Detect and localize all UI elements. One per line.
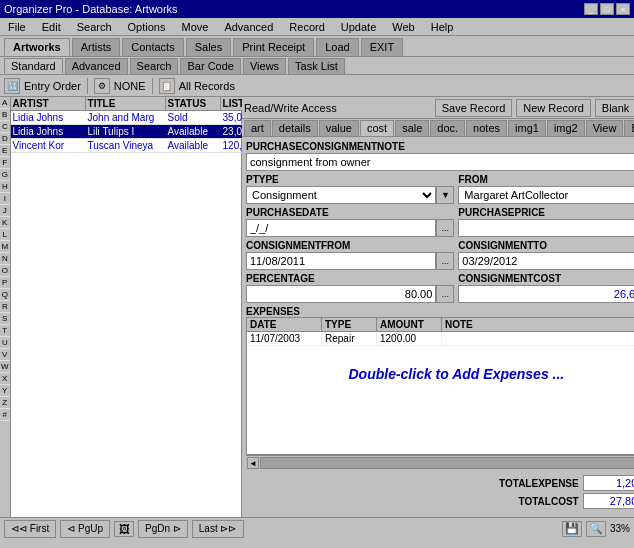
all-records-label[interactable]: All Records	[179, 80, 235, 92]
last-button[interactable]: Last ⊳⊳	[192, 520, 244, 538]
pgup-button[interactable]: ⊲ PgUp	[60, 520, 110, 538]
menu-help[interactable]: Help	[427, 20, 458, 34]
menu-update[interactable]: Update	[337, 20, 380, 34]
expenses-scrollbar[interactable]: ◄ ►	[246, 455, 634, 470]
rstab-value[interactable]: value	[319, 120, 359, 136]
right-content: Read/Write Access Save Record New Record…	[242, 97, 634, 517]
tab-load[interactable]: Load	[316, 38, 358, 56]
tab-sales[interactable]: Sales	[186, 38, 232, 56]
list-item[interactable]: Lidia Johns John and Marg Sold 35,0	[11, 111, 253, 125]
from-select[interactable]: Margaret ArtCollector	[458, 186, 634, 204]
close-button[interactable]: ×	[616, 3, 630, 15]
purchase-note-label: PURCHASECONSIGNMENTNOTE	[246, 141, 634, 152]
window-controls[interactable]: _ □ ×	[584, 3, 630, 15]
letter-hash[interactable]: #	[0, 409, 10, 421]
tab-print-receipt[interactable]: Print Receipt	[233, 38, 314, 56]
subtab-barcode[interactable]: Bar Code	[180, 58, 240, 74]
letter-u[interactable]: U	[0, 337, 10, 349]
percentage-btn[interactable]: ...	[436, 285, 454, 303]
letter-k[interactable]: K	[0, 217, 10, 229]
scroll-left-arrow[interactable]: ◄	[247, 457, 259, 469]
letter-g[interactable]: G	[0, 169, 10, 181]
letter-d[interactable]: D	[0, 133, 10, 145]
consign-from-input[interactable]	[246, 252, 436, 270]
purchase-date-btn[interactable]: ...	[436, 219, 454, 237]
subtab-advanced[interactable]: Advanced	[65, 58, 128, 74]
menu-move[interactable]: Move	[177, 20, 212, 34]
consign-from-btn[interactable]: ...	[436, 252, 454, 270]
letter-i[interactable]: I	[0, 193, 10, 205]
double-click-hint[interactable]: Double-click to Add Expenses ...	[247, 346, 634, 402]
blank-button[interactable]: Blank	[595, 99, 634, 117]
subtab-standard[interactable]: Standard	[4, 58, 63, 74]
maximize-button[interactable]: □	[600, 3, 614, 15]
entry-order-label[interactable]: Entry Order	[24, 80, 81, 92]
rstab-cost[interactable]: cost	[360, 120, 394, 136]
letter-q[interactable]: Q	[0, 289, 10, 301]
rstab-art[interactable]: art	[244, 120, 271, 136]
letter-p[interactable]: P	[0, 277, 10, 289]
tab-artists[interactable]: Artists	[72, 38, 121, 56]
rstab-view[interactable]: View	[586, 120, 624, 136]
subtab-tasklist[interactable]: Task List	[288, 58, 345, 74]
menu-edit[interactable]: Edit	[38, 20, 65, 34]
letter-l[interactable]: L	[0, 229, 10, 241]
tab-exit[interactable]: EXIT	[361, 38, 403, 56]
rstab-b[interactable]: B	[624, 120, 634, 136]
letter-j[interactable]: J	[0, 205, 10, 217]
subtab-search[interactable]: Search	[130, 58, 179, 74]
cell-title-1: John and Marg	[86, 111, 166, 124]
list-item[interactable]: Vincent Kor Tuscan Vineya Available 120,…	[11, 139, 253, 153]
letter-s[interactable]: S	[0, 313, 10, 325]
purchase-note-input[interactable]	[246, 153, 634, 171]
list-item[interactable]: Lidia Johns Lili Tulips I Available 23,0	[11, 125, 253, 139]
letter-c[interactable]: C	[0, 121, 10, 133]
scroll-track[interactable]	[260, 457, 634, 469]
purchase-date-input[interactable]	[246, 219, 436, 237]
letter-t[interactable]: T	[0, 325, 10, 337]
letter-o[interactable]: O	[0, 265, 10, 277]
letter-v[interactable]: V	[0, 349, 10, 361]
expense-row[interactable]: 11/07/2003 Repair 1200.00	[247, 332, 634, 346]
minimize-button[interactable]: _	[584, 3, 598, 15]
letter-n[interactable]: N	[0, 253, 10, 265]
ptype-select[interactable]: Consignment Purchase Gift	[246, 186, 436, 204]
letter-x[interactable]: X	[0, 373, 10, 385]
letter-a[interactable]: A	[0, 97, 10, 109]
menu-search[interactable]: Search	[73, 20, 116, 34]
letter-m[interactable]: M	[0, 241, 10, 253]
pgdn-button[interactable]: PgDn ⊳	[138, 520, 188, 538]
entry-order-icon: 🔢	[4, 78, 20, 94]
letter-h[interactable]: H	[0, 181, 10, 193]
letter-f[interactable]: F	[0, 157, 10, 169]
letter-z[interactable]: Z	[0, 397, 10, 409]
rstab-img2[interactable]: img2	[547, 120, 585, 136]
menu-file[interactable]: File	[4, 20, 30, 34]
consign-cost-input[interactable]	[458, 285, 634, 303]
menu-web[interactable]: Web	[388, 20, 418, 34]
tab-contacts[interactable]: Contacts	[122, 38, 183, 56]
purchase-price-input[interactable]	[458, 219, 634, 237]
rstab-sale[interactable]: sale	[395, 120, 429, 136]
rstab-doc[interactable]: doc.	[430, 120, 465, 136]
menu-advanced[interactable]: Advanced	[220, 20, 277, 34]
save-record-button[interactable]: Save Record	[435, 99, 513, 117]
menu-record[interactable]: Record	[285, 20, 328, 34]
rstab-notes[interactable]: notes	[466, 120, 507, 136]
consign-to-input[interactable]	[458, 252, 634, 270]
subtab-views[interactable]: Views	[243, 58, 286, 74]
filter-label[interactable]: NONE	[114, 80, 146, 92]
tab-artworks[interactable]: Artworks	[4, 38, 70, 56]
first-button[interactable]: ⊲⊲ First	[4, 520, 56, 538]
letter-y[interactable]: Y	[0, 385, 10, 397]
letter-w[interactable]: W	[0, 361, 10, 373]
new-record-button[interactable]: New Record	[516, 99, 591, 117]
menu-options[interactable]: Options	[124, 20, 170, 34]
letter-r[interactable]: R	[0, 301, 10, 313]
percentage-input[interactable]	[246, 285, 436, 303]
letter-b[interactable]: B	[0, 109, 10, 121]
rstab-img1[interactable]: img1	[508, 120, 546, 136]
ptype-dropdown-icon[interactable]: ▼	[436, 186, 454, 204]
letter-e[interactable]: E	[0, 145, 10, 157]
rstab-details[interactable]: details	[272, 120, 318, 136]
